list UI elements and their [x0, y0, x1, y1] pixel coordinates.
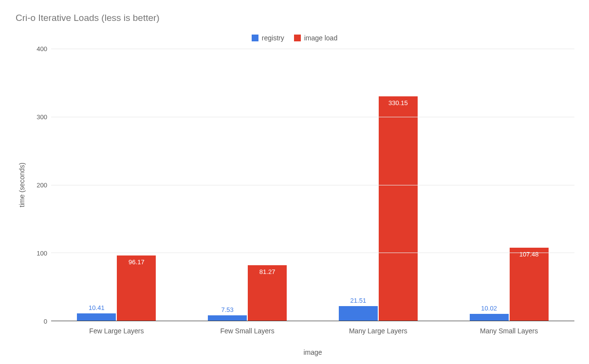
- swatch-icon: [252, 35, 258, 41]
- y-axis-label: time (seconds): [15, 49, 29, 321]
- bar-image-load: 107.48: [510, 248, 549, 321]
- y-axis-ticks: 0100200300400: [29, 49, 51, 321]
- bar-value-label: 10.02: [481, 305, 497, 312]
- bar-registry: 10.41: [77, 313, 116, 321]
- gridline: [51, 49, 574, 49]
- plot-row: time (seconds) 0100200300400 10.4196.177…: [15, 49, 574, 321]
- bar-value-label: 96.17: [129, 258, 145, 266]
- plot-area: 10.4196.177.5381.2721.51330.1510.02107.4…: [51, 49, 574, 321]
- x-tick-label: Many Large Layers: [313, 327, 444, 335]
- y-tick: 300: [37, 113, 47, 121]
- chart-title: Cri-o Iterative Loads (less is better): [16, 13, 574, 23]
- bar-image-load: 330.15: [379, 96, 418, 321]
- chart-container: Cri-o Iterative Loads (less is better) r…: [0, 0, 589, 364]
- x-tick-label: Many Small Layers: [443, 327, 574, 335]
- x-tick-label: Few Small Layers: [182, 327, 313, 335]
- bar-value-label: 10.41: [89, 304, 105, 311]
- x-tick-label: Few Large Layers: [51, 327, 182, 335]
- y-tick: 400: [37, 45, 47, 53]
- bar-registry: 21.51: [339, 306, 378, 321]
- bar-value-label: 81.27: [259, 268, 276, 275]
- y-tick: 200: [37, 182, 47, 189]
- x-axis-labels: Few Large LayersFew Small LayersMany Lar…: [51, 327, 574, 335]
- bar-image-load: 96.17: [117, 255, 156, 321]
- gridline: [51, 117, 574, 117]
- bar-value-label: 21.51: [350, 297, 367, 304]
- y-tick: 100: [37, 250, 47, 257]
- bar-value-label: 107.48: [519, 251, 539, 258]
- legend-item-image-load: image load: [294, 34, 338, 42]
- legend-label: image load: [304, 34, 338, 42]
- y-axis-label-text: time (seconds): [18, 163, 26, 207]
- bar-value-label: 7.53: [221, 306, 233, 313]
- y-tick: 0: [44, 318, 47, 325]
- bar-image-load: 81.27: [248, 265, 287, 321]
- bar-value-label: 330.15: [388, 99, 408, 107]
- legend-label: registry: [262, 34, 284, 42]
- x-axis-title: image: [51, 348, 574, 356]
- swatch-icon: [294, 35, 301, 41]
- chart-legend: registry image load: [15, 34, 574, 42]
- gridline: [51, 185, 574, 185]
- bar-registry: 7.53: [208, 315, 247, 321]
- legend-item-registry: registry: [252, 34, 284, 42]
- gridline: [51, 253, 574, 253]
- bar-registry: 10.02: [470, 314, 509, 321]
